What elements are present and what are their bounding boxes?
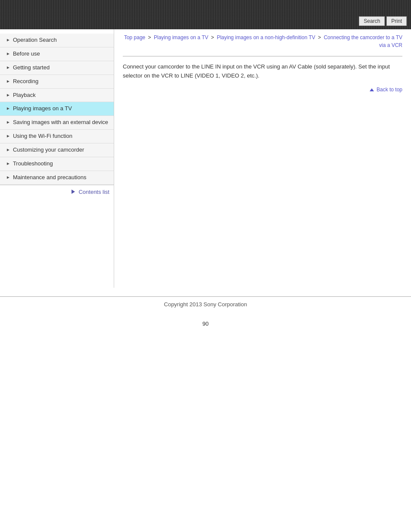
breadcrumb: Top page > Playing images on a TV > Play… [123, 34, 402, 49]
sidebar-item-label: Playing images on a TV [13, 105, 72, 112]
contents-list-link[interactable]: Contents list [72, 189, 109, 195]
sidebar-item-getting-started[interactable]: ► Getting started [0, 61, 114, 75]
chevron-right-icon: ► [6, 79, 10, 84]
chevron-right-icon: ► [6, 134, 10, 138]
chevron-right-icon: ► [6, 120, 10, 124]
print-button[interactable]: Print [386, 16, 407, 26]
sidebar-item-label: Saving images with an external device [13, 119, 108, 126]
sidebar-item-playback[interactable]: ► Playback [0, 89, 114, 103]
sidebar-item-customizing[interactable]: ► Customizing your camcorder [0, 143, 114, 157]
header-buttons: Search Print [359, 16, 407, 26]
breadcrumb-separator: > [146, 34, 153, 40]
arrow-right-icon [72, 190, 75, 194]
chevron-right-icon: ► [6, 106, 10, 111]
search-button[interactable]: Search [359, 16, 385, 26]
breadcrumb-vcr[interactable]: Connecting the camcorder to a TV via a V… [324, 34, 402, 48]
sidebar-item-label: Before use [13, 50, 40, 58]
sidebar-item-wifi[interactable]: ► Using the Wi-Fi function [0, 130, 114, 143]
breadcrumb-separator: > [209, 34, 215, 40]
page-footer: Copyright 2013 Sony Corporation [0, 296, 411, 312]
breadcrumb-non-hd[interactable]: Playing images on a non-high-definition … [217, 34, 315, 40]
sidebar-item-saving-images[interactable]: ► Saving images with an external device [0, 116, 114, 130]
sidebar-item-label: Customizing your camcorder [13, 146, 84, 154]
chevron-right-icon: ► [6, 51, 10, 56]
chevron-right-icon: ► [6, 65, 10, 70]
chevron-right-icon: ► [6, 93, 10, 97]
sidebar-item-label: Maintenance and precautions [13, 174, 87, 181]
content-divider [123, 56, 402, 56]
sidebar-item-label: Playback [13, 92, 36, 99]
sidebar-item-troubleshooting[interactable]: ► Troubleshooting [0, 157, 114, 171]
back-to-top-label: Back to top [377, 87, 402, 93]
back-to-top: Back to top [123, 87, 402, 93]
main-layout: ► Operation Search ► Before use ► Gettin… [0, 29, 411, 288]
content-area: Top page > Playing images on a TV > Play… [114, 29, 411, 288]
back-to-top-link[interactable]: Back to top [370, 87, 402, 93]
chevron-right-icon: ► [6, 175, 10, 180]
sidebar-item-label: Using the Wi-Fi function [13, 133, 72, 140]
page-number: 90 [0, 312, 411, 331]
sidebar-item-recording[interactable]: ► Recording [0, 75, 114, 89]
breadcrumb-separator: > [317, 34, 323, 40]
sidebar-item-playing-images[interactable]: ► Playing images on a TV [0, 102, 114, 116]
sidebar: ► Operation Search ► Before use ► Gettin… [0, 29, 114, 288]
contents-list-label: Contents list [78, 189, 109, 195]
page-header: Search Print [0, 0, 411, 29]
sidebar-item-before-use[interactable]: ► Before use [0, 47, 114, 61]
chevron-right-icon: ► [6, 37, 10, 42]
breadcrumb-playing-images[interactable]: Playing images on a TV [154, 34, 209, 40]
breadcrumb-top[interactable]: Top page [124, 34, 145, 40]
sidebar-item-maintenance[interactable]: ► Maintenance and precautions [0, 171, 114, 185]
chevron-right-icon: ► [6, 147, 10, 152]
body-text: Connect your camcorder to the LINE IN in… [123, 62, 402, 81]
sidebar-item-operation-search[interactable]: ► Operation Search [0, 34, 114, 47]
sidebar-item-label: Operation Search [13, 37, 57, 44]
contents-list-row: Contents list [0, 185, 114, 199]
sidebar-item-label: Troubleshooting [13, 160, 53, 168]
triangle-up-icon [370, 88, 374, 91]
chevron-right-icon: ► [6, 161, 10, 166]
sidebar-item-label: Recording [13, 78, 38, 85]
sidebar-item-label: Getting started [13, 64, 50, 72]
copyright-text: Copyright 2013 Sony Corporation [164, 301, 247, 308]
